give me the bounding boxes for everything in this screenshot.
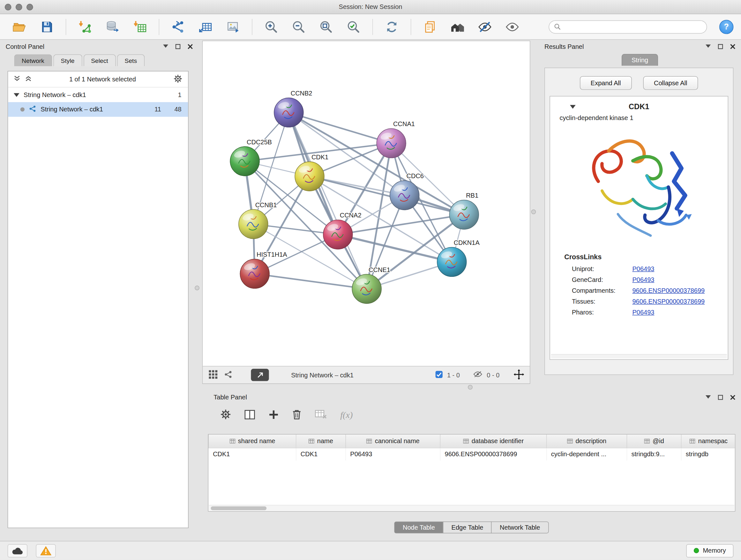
panel-menu-icon[interactable] [705, 44, 711, 48]
network-node-CCNA1[interactable] [377, 129, 406, 158]
splitter-handle[interactable] [531, 209, 536, 214]
warnings-button[interactable] [36, 544, 56, 557]
network-node-CDC6[interactable] [390, 181, 419, 210]
network-style-icon[interactable] [224, 370, 232, 380]
detach-view-button[interactable] [251, 369, 269, 381]
float-panel-icon[interactable] [175, 44, 180, 49]
network-node-CCNB2[interactable] [274, 98, 304, 127]
open-session-button[interactable] [9, 16, 30, 37]
table-cell[interactable]: cyclin-dependent ... [547, 448, 627, 460]
collapse-all-button[interactable]: Collapse All [643, 76, 698, 90]
float-panel-icon[interactable] [718, 395, 723, 400]
expand-all-networks-icon[interactable] [25, 76, 31, 83]
zoom-fit-button[interactable] [315, 16, 337, 37]
crosslink-value[interactable]: P06493 [632, 276, 654, 283]
tab-string[interactable]: String [622, 54, 658, 66]
column-header-namespac[interactable]: namespac [681, 435, 736, 448]
float-panel-icon[interactable] [718, 44, 723, 49]
expand-all-button[interactable]: Expand All [580, 76, 632, 90]
table-options-gear-icon[interactable] [220, 409, 231, 422]
collapse-all-networks-icon[interactable] [14, 76, 20, 83]
pan-crosshair-icon[interactable] [514, 369, 524, 381]
import-table-button[interactable] [129, 16, 151, 37]
crosslink-value[interactable]: P06493 [632, 309, 654, 316]
network-node-CCNB1[interactable] [239, 209, 268, 239]
search-input[interactable] [564, 23, 702, 30]
table-cell[interactable]: CDK1 [296, 448, 346, 460]
new-network-from-selection-button[interactable] [167, 16, 189, 37]
column-header-canonical-name[interactable]: canonical name [346, 435, 440, 448]
close-panel-icon[interactable] [188, 44, 193, 49]
save-session-button[interactable] [36, 16, 58, 37]
minimize-window-button[interactable] [16, 4, 22, 10]
show-columns-icon[interactable] [245, 409, 255, 421]
table-cell[interactable]: 9606.ENSP00000378699 [440, 448, 546, 460]
table-horizontal-scrollbar[interactable] [209, 505, 735, 511]
network-edge[interactable] [255, 273, 367, 289]
refresh-view-button[interactable] [381, 16, 403, 37]
splitter-handle[interactable] [468, 385, 473, 389]
close-window-button[interactable] [5, 4, 11, 10]
close-panel-icon[interactable] [730, 44, 735, 49]
collection-expander-icon[interactable] [14, 93, 19, 97]
crosslink-value[interactable]: P06493 [632, 265, 654, 272]
import-network-database-button[interactable] [102, 16, 123, 37]
zoom-out-button[interactable] [288, 16, 310, 37]
panel-menu-icon[interactable] [705, 395, 711, 399]
show-all-button[interactable] [501, 16, 523, 37]
tab-sets[interactable]: Sets [117, 54, 145, 66]
import-network-file-button[interactable] [74, 16, 96, 37]
network-node-CDK1[interactable] [295, 162, 324, 191]
add-column-icon[interactable] [268, 409, 279, 421]
network-node-CCNE1[interactable] [352, 274, 381, 304]
tab-node-table[interactable]: Node Table [394, 521, 443, 533]
column-header-name[interactable]: name [296, 435, 346, 448]
zoom-window-button[interactable] [26, 4, 33, 10]
table-cell[interactable]: P06493 [346, 448, 440, 460]
export-image-button[interactable] [222, 16, 244, 37]
cloud-status-button[interactable] [8, 544, 27, 557]
column-header-shared-name[interactable]: shared name [209, 435, 296, 448]
tab-edge-table[interactable]: Edge Table [443, 521, 492, 533]
tab-network[interactable]: Network [14, 54, 52, 66]
network-node-CDKN1A[interactable] [437, 247, 467, 277]
scrollbar-thumb[interactable] [211, 506, 266, 510]
search-box[interactable] [549, 20, 707, 33]
network-node-CDC25B[interactable] [230, 146, 259, 176]
network-node-CCNA2[interactable] [323, 220, 353, 249]
network-node-RB1[interactable] [449, 200, 479, 229]
grid-view-icon[interactable] [208, 369, 218, 380]
home-birdseye-button[interactable] [447, 16, 468, 37]
network-options-gear-icon[interactable] [173, 74, 182, 84]
crosslink-value[interactable]: 9606.ENSP00000378699 [632, 287, 704, 294]
column-header-database-identifier[interactable]: database identifier [440, 435, 546, 448]
table-cell[interactable]: stringdb:9... [627, 448, 681, 460]
selected-checkbox-icon[interactable] [435, 370, 443, 379]
results-scrollbar[interactable] [551, 354, 727, 358]
help-button[interactable]: ? [719, 19, 733, 34]
panel-menu-icon[interactable] [163, 44, 168, 48]
tab-select[interactable]: Select [84, 54, 116, 66]
zoom-in-button[interactable] [260, 16, 282, 37]
hidden-eye-icon[interactable] [473, 370, 482, 380]
column-header-description[interactable]: description [547, 435, 627, 448]
tab-style[interactable]: Style [53, 54, 82, 66]
network-row[interactable]: String Network – cdk1 11 48 [8, 102, 188, 117]
hide-selected-button[interactable] [474, 16, 495, 37]
splitter-handle[interactable] [195, 286, 199, 290]
network-collection-row[interactable]: String Network – cdk1 1 [8, 87, 188, 102]
tab-network-table[interactable]: Network Table [491, 521, 549, 533]
table-row[interactable]: CDK1CDK1P064939606.ENSP00000378699cyclin… [209, 448, 735, 460]
memory-button[interactable]: Memory [686, 544, 734, 557]
table-cell[interactable]: stringdb [681, 448, 736, 460]
network-node-HIST1H1A[interactable] [240, 259, 269, 289]
close-panel-icon[interactable] [730, 395, 735, 400]
zoom-selected-button[interactable] [343, 16, 364, 37]
delete-column-trash-icon[interactable] [292, 409, 301, 422]
network-edge[interactable] [289, 112, 367, 289]
table-cell[interactable]: CDK1 [209, 448, 296, 460]
duplicate-network-button[interactable] [419, 16, 441, 37]
network-edge[interactable] [289, 112, 391, 143]
crosslink-value[interactable]: 9606.ENSP00000378699 [632, 298, 704, 305]
gene-section-expander-icon[interactable] [570, 105, 576, 109]
